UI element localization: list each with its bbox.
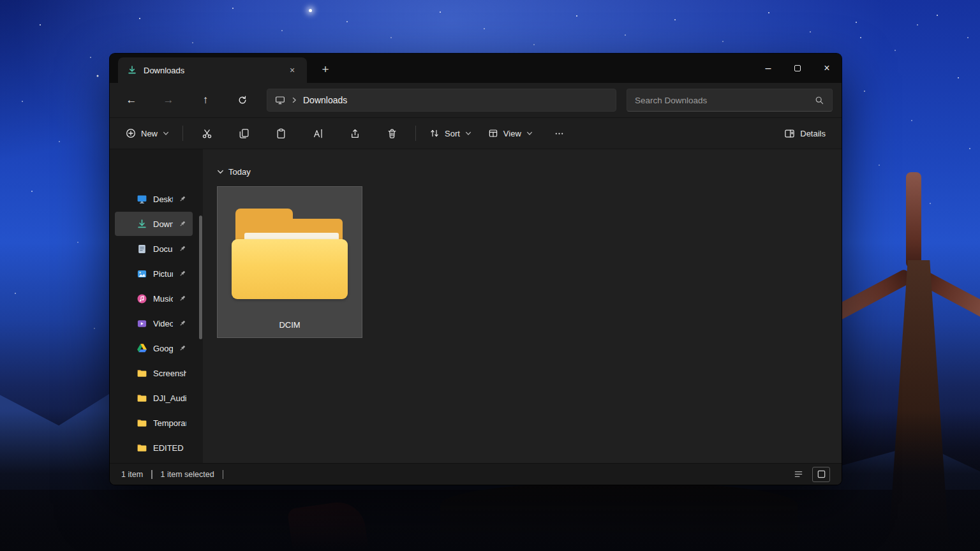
pin-icon [179,344,186,352]
stars [0,0,1,1]
desktop-icon [137,194,147,205]
status-item-count: 1 item [121,470,143,479]
sidebar-item-desktop[interactable]: Desktop [115,187,193,211]
pin-icon [179,245,186,253]
refresh-button[interactable] [230,89,255,112]
sidebar-scrollbar[interactable] [199,216,202,339]
sidebar-item-label: Music [153,294,173,304]
file-item-label: DCIM [279,320,300,330]
search-input[interactable] [635,96,810,105]
navigation-bar: ← → ↑ Downloads [110,83,842,117]
group-header-today[interactable]: Today [217,166,842,177]
view-button[interactable]: View [480,122,541,145]
file-item-thumbnail [218,187,362,320]
windmill-blade [906,172,921,268]
bright-star [309,9,312,12]
tab-downloads[interactable]: Downloads × [118,57,307,83]
downloads-icon [127,65,137,75]
sidebar-item-label: Documents [153,244,173,254]
sidebar-item-google-drive[interactable]: Google Drive [115,336,193,360]
forward-button[interactable]: → [156,89,181,112]
sidebar-item-label: Downloads [153,219,173,229]
pin-icon [179,295,186,302]
copy-button[interactable] [229,122,258,145]
pictures-icon [137,268,147,279]
status-selection-count: 1 item selected [161,470,214,479]
chevron-down-icon [465,130,471,136]
pin-icon [179,320,186,327]
sidebar-item-label: Pictures [153,269,173,279]
sidebar-item-screenshots[interactable]: Screenshots [115,361,193,385]
titlebar[interactable]: Downloads × + – × [110,54,842,83]
sort-icon [429,128,440,138]
share-button[interactable] [340,122,369,145]
file-list-pane: Today DCIM [203,149,842,463]
sidebar-item-label: Screenshots [153,369,186,378]
details-view-toggle[interactable] [789,467,807,482]
sidebar-item-downloads[interactable]: Downloads [115,212,193,236]
pin-icon [179,220,186,228]
paste-button[interactable] [266,122,295,145]
address-bar[interactable]: Downloads [267,89,616,112]
sidebar-item-pictures[interactable]: Pictures [115,261,193,286]
delete-button[interactable] [377,122,406,145]
sidebar-item-music[interactable]: Music [115,286,193,311]
pin-icon [179,270,186,277]
folder-icon [137,418,147,429]
tab-close-icon[interactable]: × [285,63,299,77]
sort-button[interactable]: Sort [421,122,480,145]
file-explorer-window: Downloads × + – × ← → ↑ [110,54,842,485]
status-separator [151,470,152,479]
this-pc-icon[interactable] [275,95,285,105]
folder-icon [137,368,147,379]
close-button[interactable]: × [812,54,842,83]
pin-icon [179,195,186,203]
breadcrumb-downloads[interactable]: Downloads [303,95,347,105]
back-button[interactable]: ← [119,89,144,112]
maximize-icon [794,65,801,71]
sidebar-item-label: EDITED [153,443,186,453]
details-button-label: Details [800,129,826,138]
sidebar-item-temporary[interactable]: Temporary [115,411,193,435]
sidebar-item-label: DJI_Audio [153,393,186,403]
search-icon[interactable] [815,96,824,105]
maximize-button[interactable] [783,54,812,83]
new-plus-icon [126,128,136,138]
new-button-label: New [141,129,158,138]
minimize-button[interactable]: – [754,54,783,83]
chevron-down-icon [163,130,169,136]
chevron-down-icon [526,130,533,136]
tab-title: Downloads [144,66,279,75]
music-icon [137,293,147,304]
group-label: Today [228,167,251,177]
sidebar-item-documents[interactable]: Documents [115,237,193,261]
command-toolbar: New [110,117,842,149]
new-button[interactable]: New [117,122,177,145]
sidebar-item-videos[interactable]: Videos [115,311,193,335]
sidebar-item-edited[interactable]: EDITED [115,436,193,460]
status-bar: 1 item 1 item selected [110,463,842,485]
sort-button-label: Sort [445,129,460,138]
cut-button[interactable] [192,122,221,145]
file-item-dcim[interactable]: DCIM [217,186,362,338]
view-icon [488,128,498,138]
search-box[interactable] [627,89,833,112]
folder-icon [137,443,147,453]
window-controls: – × [754,54,842,83]
sidebar-item-dji-audio[interactable]: DJI_Audio [115,386,193,410]
google-drive-icon [137,343,147,354]
chevron-down-icon [217,168,224,175]
details-button[interactable]: Details [776,122,834,145]
more-options-button[interactable] [545,122,574,145]
up-button[interactable]: ↑ [193,89,218,112]
thumbnail-view-toggle[interactable] [812,467,830,482]
rename-button[interactable] [303,122,332,145]
videos-icon [137,318,147,329]
folder-icon [137,393,147,404]
sidebar-item-label: Temporary [153,418,186,428]
new-tab-button[interactable]: + [315,59,336,80]
navigation-pane: Desktop Downloads Documents [110,149,203,463]
download-icon [137,219,147,230]
details-pane-icon [784,128,795,139]
document-icon [137,244,147,254]
